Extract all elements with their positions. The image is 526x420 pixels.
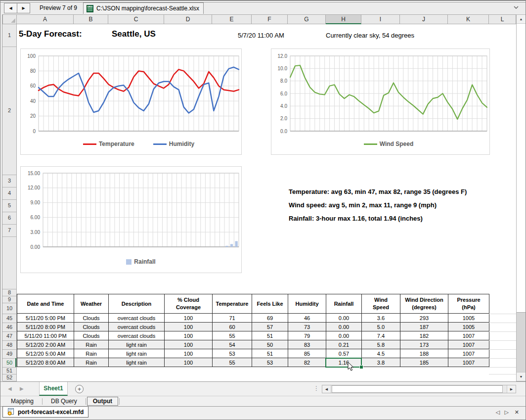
select-all-corner[interactable]: [2, 14, 17, 24]
table-cell[interactable]: 185: [400, 358, 448, 367]
splitter-grip-icon[interactable]: ⋮: [313, 385, 318, 392]
table-cell[interactable]: 0.57: [326, 349, 362, 358]
table-cell[interactable]: Clouds: [74, 331, 109, 340]
column-header-e[interactable]: E: [212, 14, 252, 24]
table-cell[interactable]: 100: [165, 323, 213, 331]
table-cell[interactable]: 50: [252, 340, 288, 349]
fill-handle[interactable]: [359, 365, 363, 369]
app-tab-output[interactable]: Output: [87, 397, 118, 406]
table-cell[interactable]: 53: [252, 358, 288, 367]
preview-prev-button[interactable]: ◀: [4, 3, 17, 13]
table-cell[interactable]: 60: [213, 323, 252, 331]
column-header-a[interactable]: A: [17, 14, 74, 24]
table-cell[interactable]: 187: [400, 323, 448, 331]
table-cell[interactable]: 5/11/20 8:00 PM: [17, 323, 74, 331]
table-cell[interactable]: 100: [165, 349, 213, 358]
table-cell[interactable]: light rain: [109, 358, 165, 367]
table-cell[interactable]: 5.0: [362, 323, 400, 331]
scroll-right-button[interactable]: ▶: [507, 385, 516, 393]
doc-close-icon[interactable]: ✕: [515, 410, 519, 415]
row-header-7[interactable]: 7: [2, 227, 16, 233]
table-cell[interactable]: 1.16: [326, 358, 362, 367]
column-header-i[interactable]: I: [361, 14, 400, 24]
horizontal-scroll-thumb[interactable]: [332, 385, 503, 393]
tab-overflow-chevron-icon[interactable]: [514, 6, 519, 9]
table-cell[interactable]: Clouds: [74, 323, 109, 331]
column-header-d[interactable]: D: [164, 14, 212, 24]
row-header-2[interactable]: 2: [2, 107, 16, 114]
table-cell[interactable]: 3.8: [362, 358, 400, 367]
table-cell[interactable]: 82: [288, 358, 326, 367]
scroll-left-button[interactable]: ◀: [322, 385, 331, 393]
table-cell[interactable]: Clouds: [74, 314, 109, 323]
table-cell[interactable]: 5.8: [362, 340, 400, 349]
table-cell[interactable]: 5/12/20 5:00 AM: [17, 349, 74, 358]
row-header-10[interactable]: 10: [2, 305, 16, 312]
table-cell[interactable]: overcast clouds: [109, 331, 165, 340]
doc-nav-left-icon[interactable]: ◁: [496, 410, 500, 415]
row-header-49[interactable]: 49: [2, 350, 16, 357]
sheet-nav-prev-icon[interactable]: ◀: [8, 386, 12, 391]
row-header-46[interactable]: 46: [2, 324, 16, 330]
table-cell[interactable]: 46: [288, 314, 326, 323]
table-cell[interactable]: 100: [165, 340, 213, 349]
row-header-50[interactable]: 50: [2, 359, 16, 366]
table-cell[interactable]: 293: [400, 314, 448, 323]
row-header-52[interactable]: 52: [2, 374, 16, 381]
table-cell[interactable]: 5/11/20 11:00 PM: [17, 331, 74, 340]
table-cell[interactable]: 57: [252, 323, 288, 331]
table-cell[interactable]: 1007: [448, 349, 489, 358]
table-cell[interactable]: 5/11/20 5:00 PM: [17, 314, 74, 323]
table-cell[interactable]: 54: [213, 340, 252, 349]
document-tab[interactable]: port-forecast-excel.mfd: [2, 406, 88, 418]
table-cell[interactable]: 0.21: [326, 340, 362, 349]
table-cell[interactable]: 85: [288, 349, 326, 358]
table-cell[interactable]: 53: [213, 349, 252, 358]
column-header-j[interactable]: J: [400, 14, 448, 24]
table-cell[interactable]: light rain: [109, 340, 165, 349]
row-header-51[interactable]: 51: [2, 367, 16, 374]
table-cell[interactable]: 100: [165, 358, 213, 367]
app-tab-db-query[interactable]: DB Query: [44, 397, 85, 406]
table-cell[interactable]: 0.00: [326, 323, 362, 331]
table-cell[interactable]: 3.6: [362, 314, 400, 323]
table-cell[interactable]: 1005: [448, 323, 489, 331]
scroll-down-button[interactable]: ▼: [517, 372, 526, 381]
column-header-f[interactable]: F: [252, 14, 288, 24]
table-cell[interactable]: 5/12/20 2:00 AM: [17, 340, 74, 349]
column-header-c[interactable]: C: [108, 14, 164, 24]
table-cell[interactable]: 83: [288, 340, 326, 349]
vertical-scrollbar[interactable]: ▲ ▼: [516, 14, 526, 381]
table-cell[interactable]: 1007: [448, 331, 489, 340]
chart-temperature-humidity[interactable]: 020406080100TemperatureHumidity: [20, 48, 242, 155]
table-cell[interactable]: overcast clouds: [109, 323, 165, 331]
column-header-l[interactable]: L: [489, 14, 516, 24]
column-header-g[interactable]: G: [288, 14, 326, 24]
column-header-b[interactable]: B: [74, 14, 108, 24]
row-header-48[interactable]: 48: [2, 341, 16, 348]
row-header-1[interactable]: 1: [2, 32, 16, 39]
sheet-nav-next-icon[interactable]: ▶: [20, 386, 24, 391]
table-cell[interactable]: 55: [213, 358, 252, 367]
vertical-scroll-thumb[interactable]: [517, 312, 526, 375]
preview-next-button[interactable]: ▶: [17, 3, 30, 13]
table-cell[interactable]: Rain: [74, 358, 109, 367]
table-cell[interactable]: Rain: [74, 349, 109, 358]
table-cell[interactable]: 0.00: [326, 314, 362, 323]
table-cell[interactable]: 55: [213, 331, 252, 340]
table-cell[interactable]: 100: [165, 314, 213, 323]
table-cell[interactable]: 1005: [448, 314, 489, 323]
table-cell[interactable]: 182: [400, 331, 448, 340]
table-cell[interactable]: 1007: [448, 340, 489, 349]
horizontal-scrollbar[interactable]: ◀ ▶: [322, 385, 516, 393]
chart-rainfall[interactable]: 0.003.006.009.0012.0015.00Rainfall: [20, 166, 242, 273]
table-cell[interactable]: overcast clouds: [109, 314, 165, 323]
table-cell[interactable]: 100: [165, 331, 213, 340]
row-header-5[interactable]: 5: [2, 202, 16, 209]
scroll-up-button[interactable]: ▲: [517, 15, 526, 24]
table-cell[interactable]: 0.00: [326, 331, 362, 340]
row-header-9[interactable]: 9: [2, 296, 16, 303]
row-header-47[interactable]: 47: [2, 332, 16, 339]
column-header-k[interactable]: K: [448, 14, 489, 24]
chart-wind-speed[interactable]: 0.02.04.06.08.010.012.0Wind Speed: [271, 48, 490, 155]
